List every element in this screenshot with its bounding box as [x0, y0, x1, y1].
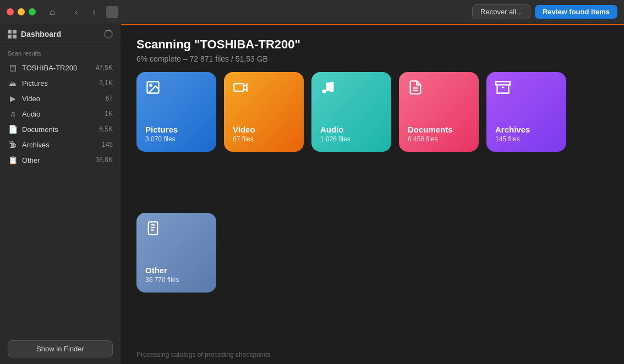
traffic-lights [7, 8, 36, 15]
card-pictures[interactable]: Pictures 3 070 files [136, 72, 216, 152]
sidebar-item-toshiba[interactable]: ▤ TOSHIBA-TR200 47,5K [0, 60, 121, 75]
other-icon: 📋 [8, 156, 18, 164]
toshiba-icon: ▤ [8, 63, 18, 72]
archives-icon: 🗜 [8, 140, 18, 149]
nav-controls: ‹ › [69, 4, 102, 20]
sidebar-item-video[interactable]: ▶ Video 67 [0, 91, 121, 106]
card-count-video: 67 files [233, 135, 295, 143]
close-button[interactable] [7, 8, 14, 15]
svg-point-4 [330, 88, 334, 92]
audio-card-icon [320, 80, 336, 99]
pictures-icon: ⛰ [8, 79, 18, 87]
back-button[interactable]: ‹ [69, 4, 84, 20]
sidebar-item-count-other: 36,8K [96, 156, 113, 164]
pictures-card-icon [145, 80, 161, 99]
card-name-other: Other [145, 266, 207, 275]
sidebar-item-label-audio: Audio [22, 110, 100, 118]
audio-icon: ♫ [8, 109, 18, 118]
sidebar-item-label-archives: Archives [22, 141, 97, 149]
dashboard-label: Dashboard [21, 30, 61, 38]
sidebar: Dashboard Scan results ▤ TOSHIBA-TR200 4… [0, 24, 121, 364]
sidebar-item-count-video: 67 [106, 95, 113, 102]
sidebar-item-count-toshiba: 47,5K [96, 64, 113, 71]
card-name-documents: Documents [408, 125, 470, 134]
title-bar: ⌂ ‹ › Recover all... Review found items [0, 0, 624, 24]
sidebar-title: Dashboard [8, 30, 61, 38]
dashboard-icon [8, 30, 17, 38]
show-in-finder-button[interactable]: Show in Finder [8, 340, 113, 357]
sidebar-item-count-pictures: 3,1K [99, 79, 113, 87]
scanning-subtitle: 6% complete – 72 871 files / 51,53 GB [136, 54, 609, 63]
sidebar-item-audio[interactable]: ♫ Audio 1K [0, 106, 121, 122]
main-content: Scanning "TOSHIBA-TR200" 6% complete – 7… [121, 24, 624, 364]
sidebar-item-label-pictures: Pictures [22, 79, 95, 87]
card-name-archives: Archives [495, 125, 557, 134]
card-count-archives: 145 files [495, 135, 557, 143]
svg-point-1 [150, 84, 152, 86]
sidebar-item-label-documents: Documents [22, 125, 95, 134]
card-other[interactable]: Other 36 770 files [136, 213, 216, 293]
sidebar-item-count-documents: 6,5K [99, 125, 113, 133]
loading-spinner [104, 30, 113, 38]
card-name-video: Video [233, 125, 295, 134]
app-body: Dashboard Scan results ▤ TOSHIBA-TR200 4… [0, 24, 624, 364]
card-documents[interactable]: Documents 6 458 files [399, 72, 479, 152]
card-name-audio: Audio [320, 125, 382, 134]
sidebar-item-archives[interactable]: 🗜 Archives 145 [0, 137, 121, 152]
sidebar-header: Dashboard [0, 24, 121, 45]
sidebar-item-label-toshiba: TOSHIBA-TR200 [22, 64, 91, 72]
svg-point-3 [322, 90, 326, 93]
sidebar-item-count-archives: 145 [102, 141, 113, 148]
video-icon: ▶ [8, 94, 18, 103]
sidebar-item-label-other: Other [22, 156, 91, 164]
sidebar-item-count-audio: 1K [105, 110, 113, 118]
other-card-icon [145, 220, 161, 240]
status-bar: Processing catalogs of preceding checkpo… [121, 345, 624, 364]
card-count-audio: 1 026 files [320, 135, 382, 143]
stop-button[interactable] [106, 6, 118, 18]
card-archives[interactable]: Archives 145 files [486, 72, 566, 152]
sidebar-footer: Show in Finder [0, 334, 121, 364]
card-count-documents: 6 458 files [408, 135, 470, 143]
review-found-items-button[interactable]: Review found items [535, 5, 617, 19]
card-audio[interactable]: Audio 1 026 files [311, 72, 391, 152]
sidebar-item-other[interactable]: 📋 Other 36,8K [0, 152, 121, 168]
sidebar-item-pictures[interactable]: ⛰ Pictures 3,1K [0, 75, 121, 91]
sidebar-item-label-video: Video [22, 95, 101, 103]
content-header: Scanning "TOSHIBA-TR200" 6% complete – 7… [121, 25, 624, 72]
minimize-button[interactable] [18, 8, 25, 15]
cards-grid: Pictures 3 070 files Video 67 files Audi… [121, 72, 624, 345]
card-video[interactable]: Video 67 files [224, 72, 304, 152]
card-count-other: 36 770 files [145, 276, 207, 284]
svg-rect-2 [234, 84, 244, 91]
scanning-title: Scanning "TOSHIBA-TR200" [136, 37, 609, 52]
archives-card-icon [495, 80, 511, 99]
svg-rect-7 [496, 82, 510, 85]
home-button[interactable]: ⌂ [45, 4, 60, 20]
video-card-icon [233, 80, 248, 99]
maximize-button[interactable] [29, 8, 36, 15]
sidebar-items: ▤ TOSHIBA-TR200 47,5K ⛰ Pictures 3,1K ▶ … [0, 60, 121, 168]
forward-button[interactable]: › [86, 4, 102, 20]
sidebar-item-documents[interactable]: 📄 Documents 6,5K [0, 122, 121, 137]
scan-results-label: Scan results [0, 45, 121, 60]
card-name-pictures: Pictures [145, 125, 207, 134]
documents-card-icon [408, 80, 423, 99]
card-count-pictures: 3 070 files [145, 135, 207, 143]
recover-all-button[interactable]: Recover all... [472, 4, 530, 19]
documents-icon: 📄 [8, 125, 18, 134]
